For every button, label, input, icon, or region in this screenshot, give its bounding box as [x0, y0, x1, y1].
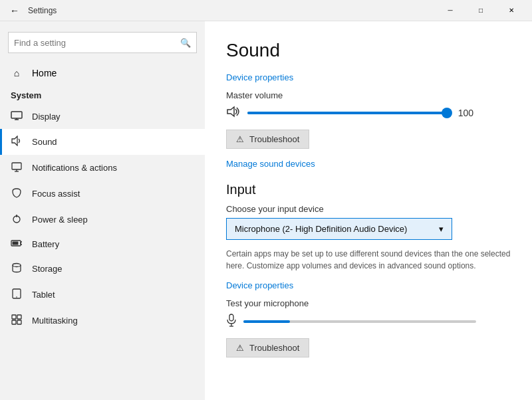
window-controls: ─ □ ✕ [435, 0, 527, 21]
sidebar-focus-label: Focus assist [32, 189, 80, 199]
speaker-icon [226, 106, 241, 120]
sidebar-item-battery[interactable]: Battery [0, 233, 205, 256]
sidebar-home-label: Home [32, 68, 57, 78]
sidebar: 🔍 ⌂ Home System Display Sound Notificati… [0, 21, 205, 400]
choose-input-label: Choose your input device [226, 204, 511, 214]
home-icon: ⌂ [11, 68, 23, 78]
titlebar: ← Settings ─ □ ✕ [0, 0, 532, 21]
volume-slider[interactable] [247, 112, 447, 114]
warning-icon-2: ⚠ [236, 343, 244, 353]
svg-marker-3 [12, 136, 17, 146]
svg-point-16 [16, 296, 17, 298]
display-icon [11, 111, 23, 122]
search-icon: 🔍 [180, 38, 191, 48]
sidebar-storage-label: Storage [32, 264, 63, 274]
back-button[interactable]: ← [5, 1, 24, 20]
troubleshoot-button[interactable]: ⚠ Troubleshoot [226, 130, 309, 149]
minimize-button[interactable]: ─ [435, 0, 466, 21]
troubleshoot-label: Troubleshoot [249, 134, 299, 144]
mic-level-slider[interactable] [243, 320, 476, 323]
sidebar-battery-label: Battery [32, 239, 59, 249]
volume-value: 100 [454, 108, 473, 118]
svg-rect-17 [12, 315, 16, 319]
troubleshoot-button-2[interactable]: ⚠ Troubleshoot [226, 338, 309, 357]
mic-row [226, 314, 511, 329]
sidebar-item-notifications[interactable]: Notifications & actions [0, 155, 205, 181]
svg-rect-19 [12, 320, 16, 324]
sound-icon [11, 136, 23, 148]
sidebar-section-title: System [0, 85, 205, 104]
svg-point-14 [13, 264, 21, 267]
sidebar-sound-label: Sound [32, 137, 57, 147]
content-area: Sound Device properties Master volume 10… [205, 21, 532, 400]
focus-icon [11, 187, 23, 200]
master-volume-label: Master volume [226, 90, 511, 100]
power-icon [11, 213, 23, 226]
sidebar-item-storage[interactable]: Storage [0, 256, 205, 282]
sidebar-notifications-label: Notifications & actions [32, 163, 117, 173]
sidebar-power-label: Power & sleep [32, 215, 88, 225]
volume-fill [247, 112, 447, 114]
selected-device-label: Microphone (2- High Definition Audio Dev… [235, 224, 407, 234]
sidebar-multitasking-label: Multitasking [32, 316, 78, 326]
close-button[interactable]: ✕ [496, 0, 527, 21]
notifications-icon [11, 161, 23, 174]
search-input[interactable] [14, 38, 180, 48]
device-properties-link[interactable]: Device properties [226, 72, 293, 82]
multitasking-icon [11, 314, 23, 327]
svg-rect-22 [229, 314, 233, 321]
volume-thumb[interactable] [442, 108, 452, 118]
input-device-select[interactable]: Microphone (2- High Definition Audio Dev… [226, 218, 452, 240]
svg-rect-18 [17, 315, 21, 319]
sidebar-item-power[interactable]: Power & sleep [0, 207, 205, 233]
search-box[interactable]: 🔍 [8, 32, 197, 53]
svg-marker-21 [227, 107, 234, 116]
minimize-icon: ─ [448, 7, 452, 14]
app-body: 🔍 ⌂ Home System Display Sound Notificati… [0, 21, 532, 400]
mic-level-fill [243, 320, 290, 323]
test-mic-label: Test your microphone [226, 298, 511, 308]
info-text: Certain apps may be set up to use differ… [226, 248, 511, 272]
input-section-title: Input [226, 182, 511, 197]
battery-icon [11, 239, 23, 249]
manage-sound-devices-link[interactable]: Manage sound devices [226, 159, 315, 169]
sidebar-item-home[interactable]: ⌂ Home [0, 61, 205, 85]
page-title: Sound [226, 40, 511, 61]
sidebar-item-display[interactable]: Display [0, 104, 205, 129]
tablet-icon [11, 288, 23, 301]
close-icon: ✕ [509, 7, 514, 14]
sidebar-tablet-label: Tablet [32, 290, 55, 300]
dropdown-chevron-icon: ▾ [439, 224, 444, 234]
svg-rect-13 [13, 242, 19, 245]
warning-icon: ⚠ [236, 134, 244, 144]
back-icon: ← [10, 5, 19, 16]
volume-row: 100 [226, 106, 511, 120]
maximize-button[interactable]: □ [466, 0, 496, 21]
device-properties-link-2[interactable]: Device properties [226, 280, 293, 290]
svg-rect-0 [11, 112, 22, 118]
svg-rect-20 [17, 320, 21, 324]
troubleshoot-label-2: Troubleshoot [249, 343, 299, 353]
mic-icon [226, 314, 237, 329]
sidebar-item-tablet[interactable]: Tablet [0, 282, 205, 308]
storage-icon [11, 262, 23, 275]
sidebar-display-label: Display [32, 112, 61, 122]
sidebar-item-sound[interactable]: Sound [0, 129, 205, 155]
sidebar-item-multitasking[interactable]: Multitasking [0, 308, 205, 334]
maximize-icon: □ [479, 7, 483, 14]
titlebar-title: Settings [28, 6, 57, 15]
svg-rect-4 [12, 163, 21, 169]
sidebar-item-focus[interactable]: Focus assist [0, 181, 205, 207]
